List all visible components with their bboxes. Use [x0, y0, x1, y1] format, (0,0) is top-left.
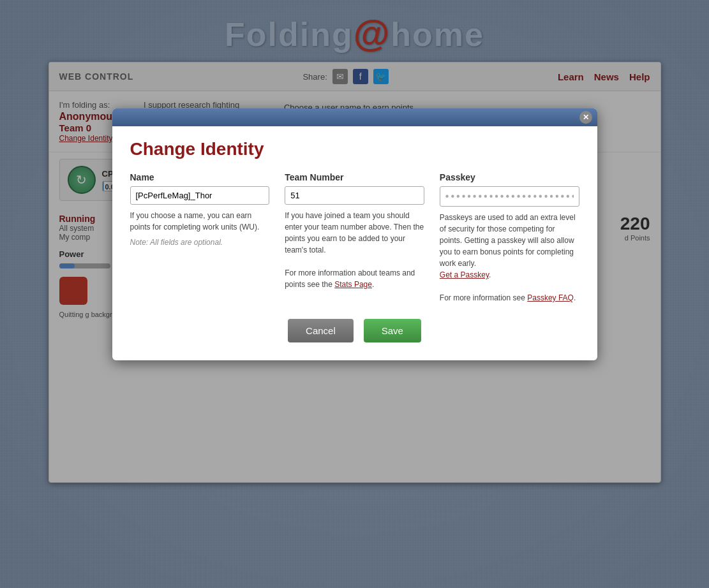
- modal-actions: Cancel Save: [130, 319, 579, 342]
- passkey-field: Passkey Passkeys are used to add an extr…: [440, 172, 579, 304]
- team-field: Team Number If you have joined a team yo…: [285, 172, 424, 304]
- team-input[interactable]: [285, 186, 424, 205]
- team-field-desc: If you have joined a team you should ent…: [285, 210, 424, 290]
- passkey-faq-link[interactable]: Passkey FAQ: [527, 293, 574, 302]
- passkey-input[interactable]: [440, 186, 579, 207]
- name-field: Name If you choose a name, you can earn …: [130, 172, 270, 304]
- passkey-field-label: Passkey: [440, 172, 579, 182]
- stats-page-link[interactable]: Stats Page: [334, 280, 372, 289]
- name-input[interactable]: [130, 186, 270, 205]
- modal-titlebar: ✕: [112, 108, 597, 126]
- name-field-desc: If you choose a name, you can earn point…: [130, 210, 270, 233]
- change-identity-modal: ✕ Change Identity Name If you choose a n…: [112, 108, 597, 360]
- save-button[interactable]: Save: [364, 319, 421, 342]
- cancel-button[interactable]: Cancel: [288, 319, 354, 342]
- modal-fields: Name If you choose a name, you can earn …: [130, 172, 579, 304]
- passkey-field-desc: Passkeys are used to add an extra level …: [440, 212, 579, 304]
- get-passkey-link[interactable]: Get a Passkey: [440, 270, 489, 279]
- name-field-label: Name: [130, 172, 270, 182]
- modal-title: Change Identity: [130, 139, 579, 159]
- modal-close-button[interactable]: ✕: [579, 111, 592, 124]
- name-field-note: Note: All fields are optional.: [130, 238, 270, 247]
- team-field-label: Team Number: [285, 172, 424, 182]
- modal-body: Change Identity Name If you choose a nam…: [112, 126, 597, 360]
